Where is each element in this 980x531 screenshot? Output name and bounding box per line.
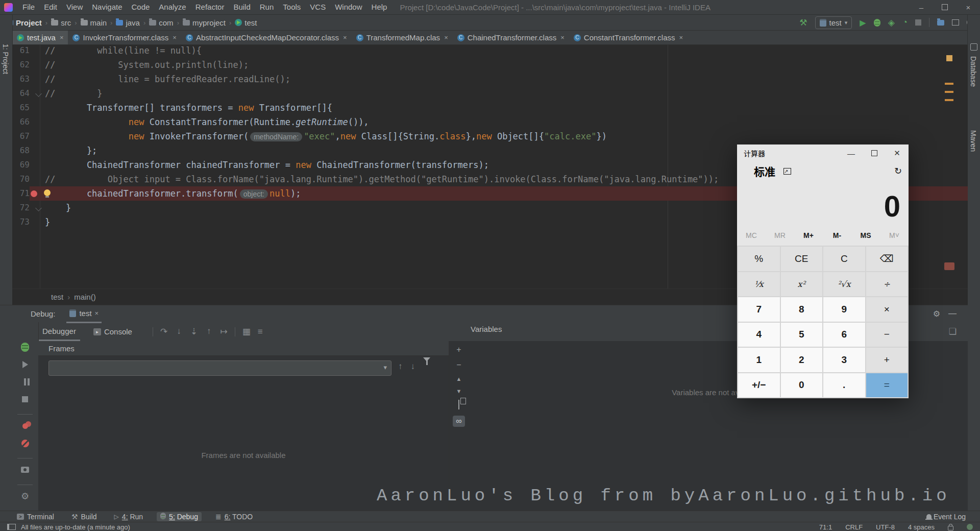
line-number[interactable]: 67 [12,129,30,143]
error-stripe-mark[interactable] [945,99,953,101]
code-line-67[interactable]: 67 new InvokerTransformer(methodName:"ex… [12,129,968,143]
filter-icon[interactable] [423,361,430,372]
hide-panel-icon[interactable]: — [948,309,957,319]
memory-m[interactable]: M˅ [889,231,899,239]
calc-key-ce[interactable]: CE [781,247,823,271]
menu-view[interactable]: View [62,3,87,11]
code-line-65[interactable]: 65 Transformer[] transformers = new Tran… [12,101,968,115]
right-stripe-tool-icon[interactable] [970,43,977,51]
line-number[interactable]: 69 [12,158,30,172]
menu-help[interactable]: Help [367,3,392,11]
menu-window[interactable]: Window [330,3,366,11]
code-line-61[interactable]: 61// while(line != null){ [12,45,968,58]
line-number[interactable]: 68 [12,143,30,158]
error-stripe-mark[interactable] [946,55,952,61]
close-icon[interactable]: × [173,34,177,41]
add-watch-icon[interactable]: + [456,345,461,354]
restore-layout-icon[interactable]: ❏ [949,326,968,337]
stop-button[interactable] [915,19,921,26]
close-icon[interactable]: × [679,34,683,41]
line-number[interactable]: 66 [12,115,30,129]
menu-analyze[interactable]: Analyze [154,3,190,11]
tab-chainedtransformer-class[interactable]: CChainedTransformer.class× [453,31,569,44]
step-out-icon[interactable]: ↑ [207,326,211,337]
calc-key-[interactable]: × [866,297,908,322]
close-icon[interactable]: × [343,34,347,41]
mute-breakpoints-icon[interactable] [19,438,31,449]
breadcrumb-method[interactable]: main() [74,293,96,301]
calc-key-9[interactable]: 9 [823,297,865,322]
breadcrumb-myproject[interactable]: myproject [183,18,226,27]
calc-key-[interactable]: ⌫ [866,247,908,271]
debug-button[interactable] [874,19,880,27]
calc-key-6[interactable]: 6 [823,323,865,347]
code-line-66[interactable]: 66 new ConstantTransformer(Runtime.getRu… [12,115,968,129]
line-number[interactable]: 73 [12,215,30,229]
calc-key-8[interactable]: 8 [781,297,823,322]
memory-ms[interactable]: MS [861,231,871,239]
indent-setting[interactable]: 4 spaces [908,523,935,531]
calc-key-7[interactable]: 7 [738,297,780,322]
move-up-icon[interactable]: ▲ [456,376,462,382]
tool-window-switcher-icon[interactable] [7,524,16,530]
move-up-icon[interactable]: ↑ [398,361,403,372]
project-structure-icon[interactable] [937,20,944,26]
minimize-icon[interactable]: — [840,144,863,162]
resume-icon[interactable] [19,359,31,370]
menu-build[interactable]: Build [229,3,255,11]
event-log-button[interactable]: Event Log [926,513,980,521]
menu-run[interactable]: Run [255,3,279,11]
memory-m[interactable]: M+ [803,231,814,239]
readonly-lock-icon[interactable] [948,526,953,530]
line-number[interactable]: 64 [12,86,30,101]
evaluate-expression-icon[interactable]: ▦ [242,326,251,337]
tab-constanttransformer-class[interactable]: CConstantTransformer.class× [569,31,688,44]
calc-key-[interactable]: − [866,323,908,347]
memory-m[interactable]: M- [833,231,841,239]
intention-bulb-icon[interactable] [44,189,51,196]
breadcrumb-src[interactable]: src [51,18,71,27]
line-ending[interactable]: CRLF [845,523,863,531]
step-into-icon[interactable]: ↓ [177,326,181,337]
calc-key-0[interactable]: 0 [781,373,823,398]
settings-list-icon[interactable]: ≡ [258,327,263,337]
calc-key-[interactable]: +/− [738,373,780,398]
calc-key-x[interactable]: x² [781,272,823,297]
calc-key-4[interactable]: 4 [738,323,780,347]
tab-debugger[interactable]: Debugger [38,322,80,341]
inspection-profile-icon[interactable] [967,524,973,530]
code-line-62[interactable]: 62// System.out.println(line); [12,58,968,72]
calculator-title-bar[interactable]: 计算器 — ✕ [737,144,909,162]
breadcrumb-com[interactable]: com [149,18,173,27]
close-icon[interactable]: × [444,34,448,41]
sidebar-item-maven[interactable]: Maven [969,130,977,152]
line-number[interactable]: 62 [12,58,30,72]
calc-key-[interactable]: . [823,373,865,398]
memory-mr[interactable]: MR [774,231,786,239]
view-breakpoints-icon[interactable] [19,420,31,431]
breadcrumb-main[interactable]: main [81,18,107,27]
error-stripe-mark[interactable] [945,83,953,85]
calc-key-[interactable]: % [738,247,780,271]
calc-key-x[interactable]: ⅟x [738,272,780,297]
breadcrumb-java[interactable]: java [116,18,140,27]
tool-window-build[interactable]: ⚒Build [68,512,101,521]
tab-abstractinputcheckedmapdecorator-class[interactable]: CAbstractInputCheckedMapDecorator.class× [181,31,352,44]
breakpoint-icon[interactable] [31,190,37,197]
line-number[interactable]: 65 [12,101,30,115]
error-stripe-mark[interactable] [945,91,953,93]
run-to-cursor-icon[interactable]: ↦ [220,326,227,337]
scrollbar-thumb[interactable] [944,262,954,270]
breadcrumb-test[interactable]: test [235,18,257,27]
debug-bug-icon[interactable] [19,342,31,353]
build-hammer-icon[interactable]: ⚒ [799,17,807,28]
code-line-63[interactable]: 63// line = bufferedReader.readLine(); [12,72,968,86]
calc-key-x[interactable]: ²√x [823,272,865,297]
pause-icon[interactable] [19,376,31,388]
stop-icon[interactable] [19,394,31,405]
maximize-icon[interactable] [933,0,957,14]
menu-tools[interactable]: Tools [278,3,305,11]
remove-watch-icon[interactable]: − [456,360,461,370]
calc-key-[interactable]: = [866,373,908,398]
move-down-icon[interactable]: ↓ [411,361,415,372]
